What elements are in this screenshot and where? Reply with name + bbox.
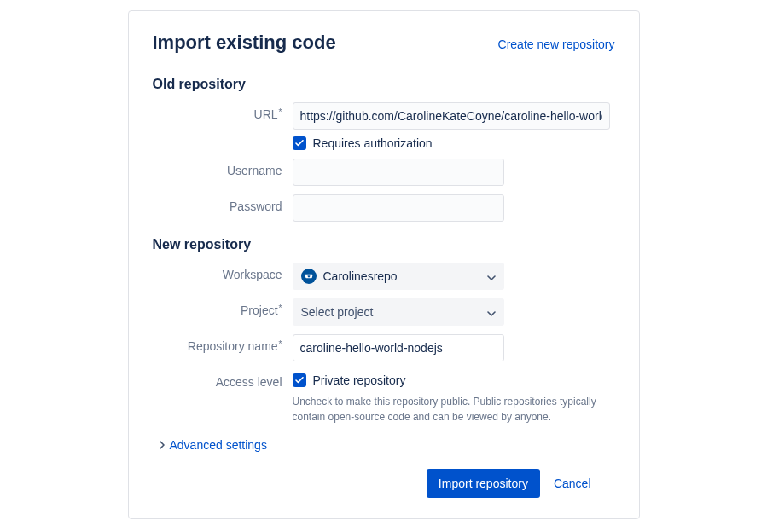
required-asterisk: * [279,339,282,349]
requires-auth-checkbox[interactable] [293,136,306,150]
private-repo-help-text: Uncheck to make this repository public. … [293,394,600,425]
private-repo-row[interactable]: Private repository [293,373,615,387]
new-repo-heading: New repository [153,237,615,252]
url-label-text: URL [254,107,278,121]
workspace-avatar-icon [301,269,317,284]
username-row: Username [153,159,615,186]
advanced-settings-toggle[interactable]: Advanced settings [160,438,615,452]
project-row: Project* Select project [153,298,615,326]
project-placeholder: Select project [301,305,374,319]
workspace-label: Workspace [153,263,293,281]
repo-name-label-text: Repository name [188,339,278,353]
access-level-label: Access level [153,370,293,389]
repo-name-row: Repository name* [153,334,615,361]
workspace-row: Workspace Carolinesrepo [153,263,615,290]
username-label: Username [153,159,293,177]
project-select[interactable]: Select project [293,298,504,326]
advanced-settings-label: Advanced settings [170,438,267,452]
required-asterisk: * [279,304,282,313]
url-input[interactable] [293,102,610,130]
password-row: Password [153,194,615,222]
import-repository-button[interactable]: Import repository [427,469,540,498]
access-level-row: Access level Private repository Uncheck … [153,370,615,425]
chevron-down-icon [487,305,496,319]
requires-auth-label: Requires authorization [313,136,433,150]
project-label-text: Project [241,304,278,317]
private-repo-label: Private repository [313,373,406,387]
check-icon [295,140,304,147]
username-input[interactable] [293,159,504,186]
required-asterisk: * [279,107,282,117]
footer-actions: Import repository Cancel [153,469,615,498]
repo-name-input[interactable] [293,334,504,361]
url-row: URL* Requires authorization [153,102,615,150]
chevron-right-icon [160,438,165,452]
create-new-repo-link[interactable]: Create new repository [498,38,615,51]
url-field-col: Requires authorization [293,102,615,150]
check-icon [295,377,304,384]
requires-auth-row[interactable]: Requires authorization [293,136,615,150]
password-label: Password [153,194,293,213]
repo-name-label: Repository name* [153,334,293,353]
cancel-button[interactable]: Cancel [554,477,591,490]
page-title: Import existing code [153,32,336,54]
project-label: Project* [153,298,293,317]
import-card: Import existing code Create new reposito… [128,10,640,519]
password-input[interactable] [293,194,504,222]
card-header: Import existing code Create new reposito… [153,32,615,61]
workspace-selected-value: Carolinesrepo [323,269,398,283]
old-repo-heading: Old repository [153,77,615,92]
workspace-select[interactable]: Carolinesrepo [293,263,504,290]
private-repo-checkbox[interactable] [293,373,306,387]
url-label: URL* [153,102,293,121]
chevron-down-icon [487,269,496,283]
